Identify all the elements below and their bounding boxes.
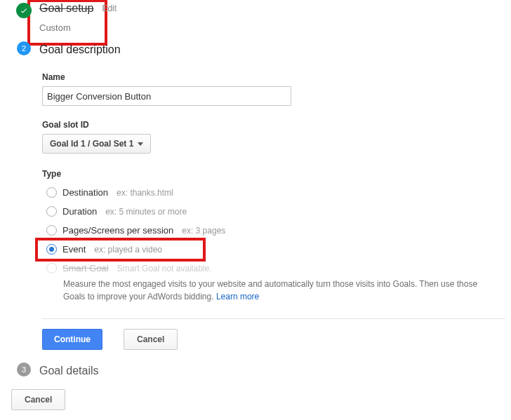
type-event-row[interactable]: Event ex: played a video <box>42 240 510 259</box>
type-destination-row[interactable]: Destination ex: thanks.html <box>42 183 510 202</box>
type-pages-hint: ex: 3 pages <box>182 226 225 236</box>
step2-number-icon: 2 <box>17 41 31 55</box>
slot-label: Goal slot ID <box>42 120 510 130</box>
type-duration-label: Duration <box>62 206 97 217</box>
name-label: Name <box>42 72 510 82</box>
type-destination-hint: ex: thanks.html <box>117 188 173 198</box>
type-smart-hint: Smart Goal not available. <box>117 264 212 273</box>
type-label: Type <box>42 169 510 179</box>
cancel-step-button[interactable]: Cancel <box>124 329 178 350</box>
type-pages-label: Pages/Screens per session <box>62 225 173 236</box>
radio-unchecked-icon <box>46 206 57 217</box>
type-event-label: Event <box>62 244 86 255</box>
type-duration-hint: ex: 5 minutes or more <box>105 207 187 217</box>
radio-disabled-icon <box>46 263 57 273</box>
type-event-hint: ex: played a video <box>94 245 162 255</box>
step2-title: Goal description <box>39 43 121 56</box>
goal-slot-value: Goal Id 1 / Goal Set 1 <box>50 139 133 149</box>
type-smart-label: Smart Goal <box>62 263 109 273</box>
goal-slot-dropdown[interactable]: Goal Id 1 / Goal Set 1 <box>42 134 151 154</box>
divider <box>42 318 505 319</box>
cancel-button[interactable]: Cancel <box>11 389 65 410</box>
radio-unchecked-icon <box>46 187 57 198</box>
type-duration-row[interactable]: Duration ex: 5 minutes or more <box>42 202 510 221</box>
smart-goal-description: Measure the most engaged visits to your … <box>42 278 498 303</box>
type-destination-label: Destination <box>62 187 108 198</box>
caret-down-icon <box>138 142 143 146</box>
step3-title: Goal details <box>39 365 99 377</box>
radio-checked-icon <box>46 244 57 255</box>
type-smart-row: Smart Goal Smart Goal not available. <box>42 259 510 278</box>
learn-more-link[interactable]: Learn more <box>216 292 259 302</box>
continue-button[interactable]: Continue <box>42 329 102 350</box>
smart-goal-text: Measure the most engaged visits to your … <box>63 279 477 302</box>
type-pages-row[interactable]: Pages/Screens per session ex: 3 pages <box>42 221 510 240</box>
radio-unchecked-icon <box>46 225 57 236</box>
goal-name-input[interactable] <box>42 86 291 106</box>
step1-edit-link[interactable]: Edit <box>102 4 117 13</box>
step3-number-icon: 3 <box>17 363 31 377</box>
step1-title: Goal setup <box>39 2 93 15</box>
step1-subtitle: Custom <box>4 22 511 33</box>
step1-complete-icon <box>16 3 32 18</box>
